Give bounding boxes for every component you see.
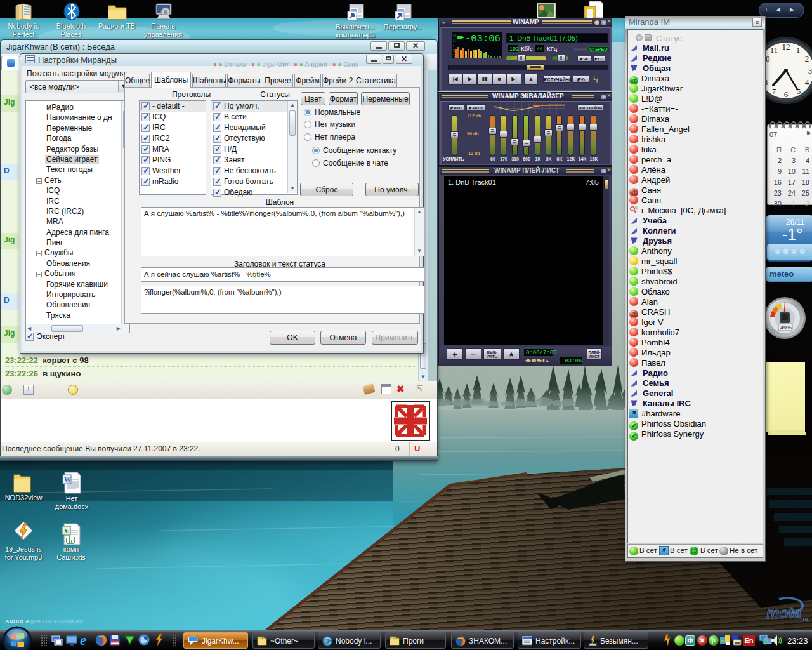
svg-text:mota: mota bbox=[766, 605, 801, 621]
svg-text:1: 1 bbox=[796, 45, 801, 55]
svg-text:.ru: .ru bbox=[801, 616, 808, 622]
svg-text:2: 2 bbox=[805, 54, 809, 63]
svg-text:6: 6 bbox=[784, 90, 789, 99]
svg-text:3: 3 bbox=[808, 66, 812, 76]
svg-text:49%: 49% bbox=[780, 324, 792, 331]
svg-text:12: 12 bbox=[782, 42, 790, 51]
svg-text:11: 11 bbox=[770, 45, 778, 55]
svg-text:7: 7 bbox=[772, 86, 776, 96]
svg-text:ANDREA@PEORTH.COM.AR: ANDREA@PEORTH.COM.AR bbox=[5, 618, 84, 625]
svg-text:4: 4 bbox=[805, 77, 809, 87]
